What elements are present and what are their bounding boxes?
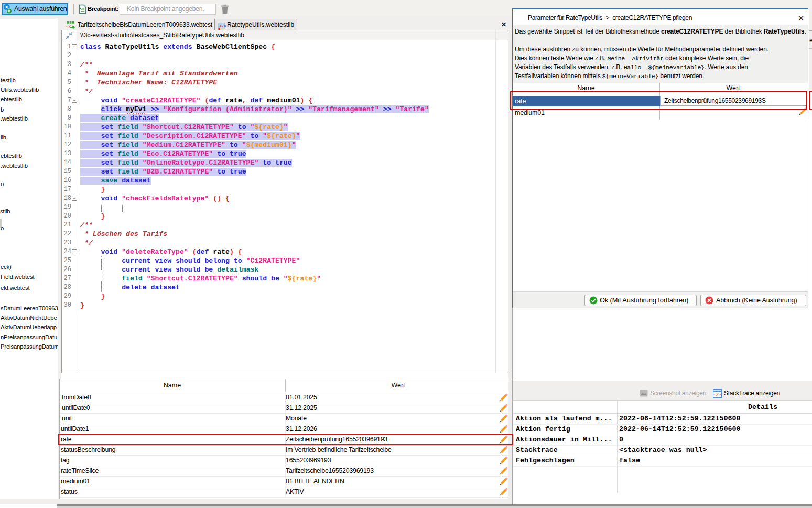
svg-text:</>: </> <box>219 24 226 28</box>
svg-text:</>: </> <box>714 393 721 397</box>
